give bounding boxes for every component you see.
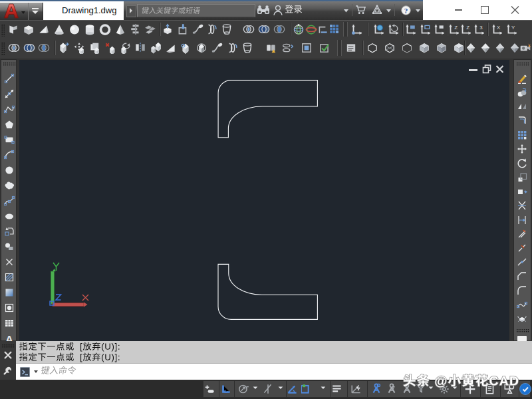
svg-text:?: ? bbox=[404, 6, 408, 14]
svg-text:Z: Z bbox=[454, 25, 458, 31]
svg-text:X: X bbox=[497, 25, 501, 31]
svg-text:Y: Y bbox=[511, 25, 515, 31]
svg-text:3: 3 bbox=[479, 25, 483, 31]
svg-text:Z: Z bbox=[466, 25, 469, 31]
